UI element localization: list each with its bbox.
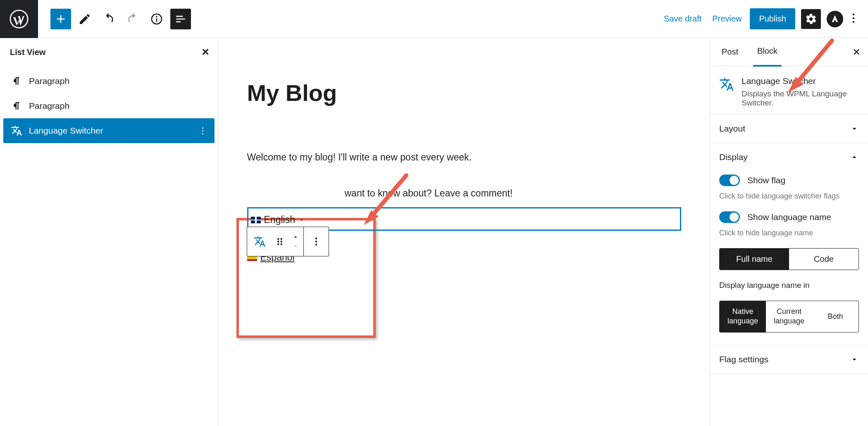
flag-gb-icon bbox=[251, 217, 261, 223]
workspace: List View ✕ Paragraph ⋮ Paragraph ⋮ Lang… bbox=[0, 38, 868, 426]
display-in-group: Native language Current language Both bbox=[719, 301, 859, 333]
section-display-toggle[interactable]: Display bbox=[710, 143, 868, 171]
post-body: My Blog Welcome to my blog! I'll write a… bbox=[239, 46, 689, 418]
block-header: Language Switcher Displays the WPML Lang… bbox=[710, 66, 868, 115]
list-item-more-icon[interactable]: ⋮ bbox=[198, 126, 207, 136]
undo-button[interactable] bbox=[98, 9, 119, 29]
toggle-switch[interactable] bbox=[719, 211, 740, 223]
post-title[interactable]: My Blog bbox=[247, 79, 681, 106]
list-item-label: Paragraph bbox=[29, 101, 69, 111]
section-flag-settings: Flag settings bbox=[710, 345, 868, 374]
translate-icon bbox=[253, 235, 266, 248]
redo-button[interactable] bbox=[122, 9, 143, 29]
block-title: Language Switcher bbox=[742, 76, 859, 86]
svg-point-10 bbox=[280, 241, 282, 243]
list-view-title: List View bbox=[10, 48, 45, 57]
svg-rect-3 bbox=[156, 18, 157, 22]
info-button[interactable] bbox=[146, 9, 167, 29]
block-toolbar bbox=[247, 227, 329, 256]
sidebar-tab-post[interactable]: Post bbox=[718, 38, 742, 66]
topbar-more-button[interactable] bbox=[849, 13, 858, 25]
svg-point-7 bbox=[277, 238, 279, 240]
settings-button[interactable] bbox=[801, 9, 821, 29]
plugin-circle-icon[interactable] bbox=[827, 11, 843, 27]
toggle-label: Show flag bbox=[747, 175, 785, 185]
language-current[interactable]: English bbox=[251, 214, 676, 225]
display-in-native[interactable]: Native language bbox=[720, 301, 766, 332]
svg-point-12 bbox=[280, 243, 282, 245]
paragraph-block[interactable]: want to know about? Leave a comment! bbox=[247, 188, 681, 199]
list-view-panel: List View ✕ Paragraph ⋮ Paragraph ⋮ Lang… bbox=[0, 38, 218, 426]
toggle-hint: Click to hide language switcher flags bbox=[719, 192, 859, 201]
svg-point-2 bbox=[156, 16, 157, 17]
block-more-button[interactable] bbox=[304, 227, 329, 256]
close-sidebar-button[interactable]: ✕ bbox=[852, 46, 861, 58]
chevron-up-icon bbox=[850, 153, 859, 162]
section-display: Display Show flag Click to hide language… bbox=[710, 143, 868, 345]
chevron-down-icon bbox=[850, 124, 859, 133]
sidebar-tabs: Post Block ✕ bbox=[710, 38, 868, 66]
drag-icon bbox=[274, 235, 286, 248]
editor-canvas: My Blog Welcome to my blog! I'll write a… bbox=[218, 38, 710, 426]
save-draft-link[interactable]: Save draft bbox=[661, 14, 704, 24]
block-description: Displays the WPML Language Switcher. bbox=[742, 89, 859, 108]
toggle-label: Show language name bbox=[747, 212, 831, 222]
list-view-header: List View ✕ bbox=[0, 38, 218, 66]
section-flag-settings-toggle[interactable]: Flag settings bbox=[710, 345, 868, 373]
chevron-down-icon bbox=[298, 217, 305, 223]
listview-toggle-button[interactable] bbox=[170, 9, 191, 29]
add-block-button[interactable] bbox=[50, 9, 71, 29]
toggle-show-name[interactable]: Show language name bbox=[719, 211, 859, 223]
section-layout: Layout bbox=[710, 115, 868, 143]
name-mode-code[interactable]: Code bbox=[789, 249, 858, 270]
display-in-current[interactable]: Current language bbox=[766, 301, 812, 332]
preview-link[interactable]: Preview bbox=[710, 14, 744, 24]
toggle-switch[interactable] bbox=[719, 175, 740, 186]
list-item-label: Paragraph bbox=[29, 76, 69, 86]
svg-point-14 bbox=[315, 241, 317, 243]
name-mode-group: Full name Code bbox=[719, 248, 859, 270]
block-type-button[interactable] bbox=[247, 227, 272, 256]
display-in-label: Display language name in bbox=[719, 281, 859, 290]
settings-sidebar: Post Block ✕ Language Switcher Displays … bbox=[710, 38, 868, 426]
wordpress-logo[interactable] bbox=[0, 0, 38, 38]
paragraph-icon bbox=[11, 75, 22, 87]
svg-point-5 bbox=[853, 17, 855, 19]
toggle-hint: Click to hide language name bbox=[719, 229, 859, 237]
move-down-icon[interactable] bbox=[292, 242, 299, 250]
topbar: Save draft Preview Publish bbox=[0, 0, 868, 38]
chevron-down-icon bbox=[850, 355, 859, 364]
section-layout-toggle[interactable]: Layout bbox=[710, 115, 868, 143]
svg-point-8 bbox=[280, 238, 282, 240]
sidebar-tab-block[interactable]: Block bbox=[753, 38, 782, 67]
list-item-paragraph[interactable]: Paragraph ⋮ bbox=[3, 93, 215, 118]
svg-point-9 bbox=[277, 241, 279, 243]
section-title: Flag settings bbox=[719, 354, 768, 364]
name-mode-fullname[interactable]: Full name bbox=[720, 249, 789, 270]
paragraph-block[interactable]: Welcome to my blog! I'll write a new pos… bbox=[247, 152, 681, 163]
drag-handle[interactable] bbox=[272, 227, 288, 256]
translate-icon bbox=[11, 125, 22, 136]
svg-point-11 bbox=[277, 243, 279, 245]
tools-button[interactable] bbox=[74, 9, 95, 29]
topbar-left bbox=[38, 9, 191, 29]
block-movers bbox=[288, 227, 303, 256]
translate-icon bbox=[719, 76, 734, 93]
close-listview-button[interactable]: ✕ bbox=[201, 46, 210, 58]
svg-point-13 bbox=[315, 237, 317, 239]
list-item-language-switcher[interactable]: Language Switcher ⋮ bbox=[3, 118, 215, 143]
toggle-show-flag[interactable]: Show flag bbox=[719, 175, 859, 186]
svg-point-4 bbox=[853, 13, 855, 15]
list-item-label: Language Switcher bbox=[29, 126, 103, 136]
list-item-paragraph[interactable]: Paragraph ⋮ bbox=[3, 69, 215, 93]
topbar-right: Save draft Preview Publish bbox=[661, 8, 868, 29]
section-title: Layout bbox=[719, 124, 745, 134]
language-current-label: English bbox=[264, 214, 295, 225]
section-display-body: Show flag Click to hide language switche… bbox=[710, 171, 868, 345]
publish-button[interactable]: Publish bbox=[750, 8, 795, 29]
display-in-both[interactable]: Both bbox=[812, 301, 858, 332]
svg-point-6 bbox=[853, 21, 855, 23]
section-title: Display bbox=[719, 152, 748, 162]
move-up-icon[interactable] bbox=[292, 233, 299, 241]
paragraph-icon bbox=[11, 100, 22, 112]
